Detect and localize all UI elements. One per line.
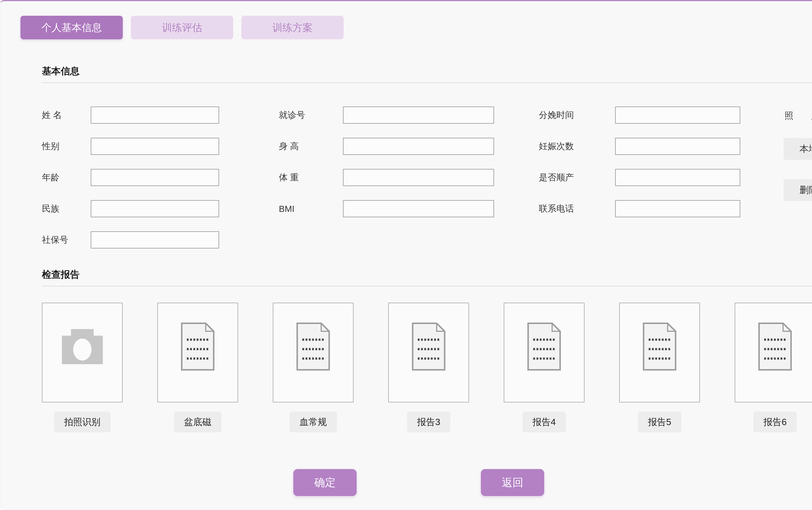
delivery-time-label: 分娩时间 bbox=[539, 109, 608, 121]
document-icon bbox=[411, 322, 447, 372]
form-column-2: 就诊号 身 高 体 重 BMI bbox=[279, 107, 494, 217]
form-column-1: 姓 名 性别 年龄 民族 社保号 bbox=[42, 107, 219, 248]
tab-personal-basic-info[interactable]: 个人基本信息 bbox=[21, 16, 123, 39]
report-card-row: 拍照识别 盆底磁 bbox=[42, 303, 812, 432]
name-label: 姓 名 bbox=[42, 109, 84, 121]
report-cell-4: 报告4 bbox=[504, 303, 584, 432]
confirm-button[interactable]: 确定 bbox=[293, 469, 357, 496]
report-card[interactable] bbox=[388, 303, 469, 402]
visit-number-input[interactable] bbox=[343, 107, 494, 124]
document-icon bbox=[526, 322, 562, 372]
weight-input[interactable] bbox=[343, 169, 494, 186]
height-label: 身 高 bbox=[279, 140, 336, 152]
camera-icon bbox=[60, 328, 104, 366]
section-divider bbox=[42, 286, 812, 286]
visit-number-label: 就诊号 bbox=[279, 109, 336, 121]
document-icon bbox=[295, 322, 331, 372]
tab-training-evaluation[interactable]: 训练评估 bbox=[131, 16, 233, 39]
report-cell-3: 报告3 bbox=[388, 303, 469, 432]
report-cell-2: 血常规 bbox=[273, 303, 354, 432]
report-card[interactable] bbox=[157, 303, 238, 402]
section-divider bbox=[42, 82, 812, 83]
document-icon bbox=[179, 322, 216, 372]
tab-bar: 个人基本信息 训练评估 训练方案 bbox=[21, 16, 812, 39]
ethnicity-input[interactable] bbox=[91, 200, 219, 217]
reports-section-title: 检查报告 bbox=[42, 268, 812, 281]
natural-birth-input[interactable] bbox=[615, 169, 740, 186]
age-input[interactable] bbox=[91, 169, 219, 186]
delivery-time-input[interactable] bbox=[615, 107, 740, 124]
contact-phone-input[interactable] bbox=[615, 200, 740, 217]
report-card-label: 血常规 bbox=[290, 412, 337, 432]
gender-input[interactable] bbox=[91, 138, 219, 155]
report-card[interactable] bbox=[504, 303, 584, 402]
height-input[interactable] bbox=[343, 138, 494, 155]
social-security-input[interactable] bbox=[91, 231, 219, 248]
photo-label: 照 片 bbox=[785, 110, 812, 122]
report-card-label: 报告4 bbox=[522, 412, 566, 432]
bmi-label: BMI bbox=[279, 204, 336, 214]
report-card-label: 报告6 bbox=[753, 412, 797, 432]
document-icon bbox=[641, 322, 678, 372]
report-card[interactable] bbox=[619, 303, 700, 402]
pregnancy-count-label: 妊娠次数 bbox=[539, 140, 608, 152]
report-card[interactable] bbox=[735, 303, 812, 402]
report-cell-1: 盆底磁 bbox=[157, 303, 238, 432]
bmi-input[interactable] bbox=[343, 200, 494, 217]
pregnancy-count-input[interactable] bbox=[615, 138, 740, 155]
name-input[interactable] bbox=[91, 107, 219, 124]
report-card-label: 报告5 bbox=[638, 412, 681, 432]
report-cell-6: 报告6 bbox=[735, 303, 812, 432]
report-card-label: 拍照识别 bbox=[54, 412, 111, 432]
photo-recognition-card[interactable] bbox=[42, 303, 123, 402]
document-icon bbox=[757, 322, 793, 372]
patient-info-page: 个人基本信息 训练评估 训练方案 基本信息 姓 名 性别 年龄 民族 社保号 bbox=[0, 0, 812, 510]
report-card-label: 盆底磁 bbox=[174, 412, 221, 432]
basic-info-form: 姓 名 性别 年龄 民族 社保号 就诊号 身 高 体 重 BMI bbox=[42, 107, 812, 248]
report-card-label: 报告3 bbox=[407, 412, 450, 432]
form-column-3: 分娩时间 妊娠次数 是否顺产 联系电话 bbox=[539, 107, 740, 217]
age-label: 年龄 bbox=[42, 172, 84, 183]
report-card[interactable] bbox=[273, 303, 354, 402]
delete-photo-button[interactable]: 删除照片 bbox=[784, 179, 812, 201]
report-cell-photo-recognition: 拍照识别 bbox=[42, 303, 123, 432]
action-bar: 确定 返回 bbox=[42, 469, 795, 496]
local-upload-button[interactable]: 本地上传 bbox=[784, 138, 812, 160]
gender-label: 性别 bbox=[42, 140, 84, 152]
natural-birth-label: 是否顺产 bbox=[539, 172, 608, 183]
report-cell-5: 报告5 bbox=[619, 303, 700, 432]
social-security-label: 社保号 bbox=[42, 234, 84, 246]
weight-label: 体 重 bbox=[279, 172, 336, 183]
tab-training-plan[interactable]: 训练方案 bbox=[241, 16, 343, 39]
photo-panel: 照 片 本地上传 删除照片 bbox=[784, 107, 812, 220]
contact-phone-label: 联系电话 bbox=[539, 203, 608, 215]
basic-info-section-title: 基本信息 bbox=[42, 65, 812, 78]
ethnicity-label: 民族 bbox=[42, 203, 84, 215]
back-button[interactable]: 返回 bbox=[481, 469, 544, 496]
